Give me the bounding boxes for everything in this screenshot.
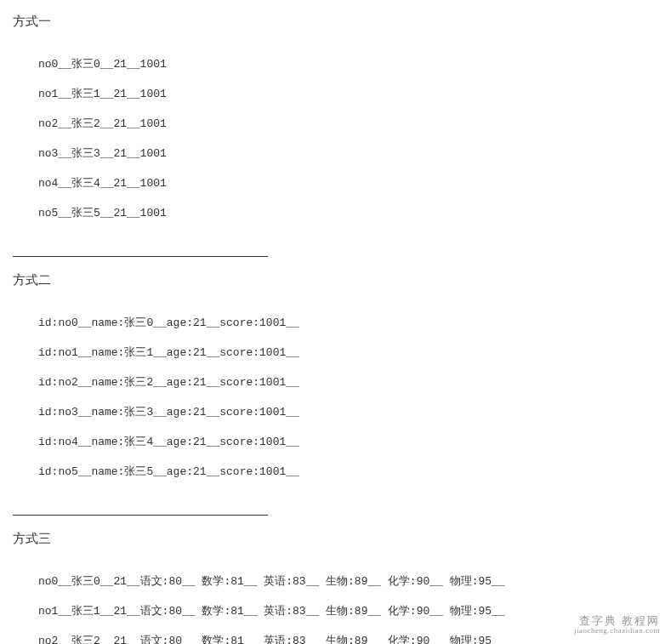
code-line: no4__张三4__21__1001 xyxy=(38,176,652,191)
watermark-title: 查字典 教程网 xyxy=(574,615,660,627)
code-line: no1__张三1__21__1001 xyxy=(38,87,652,102)
code-block-2: id:no0__name:张三0__age:21__score:1001__ i… xyxy=(13,300,652,494)
section-title-1: 方式一 xyxy=(13,14,652,30)
watermark: 查字典 教程网 jiaocheng.chazidian.com xyxy=(574,615,660,635)
code-line: id:no1__name:张三1__age:21__score:1001__ xyxy=(38,345,652,361)
section-divider xyxy=(13,256,268,257)
code-line: no1__张三1__21__语文:80__ 数学:81__ 英语:83__ 生物… xyxy=(38,604,652,619)
code-line: id:no4__name:张三4__age:21__score:1001__ xyxy=(38,435,652,450)
code-line: no0__张三0__21__语文:80__ 数学:81__ 英语:83__ 生物… xyxy=(38,574,652,590)
watermark-url: jiaocheng.chazidian.com xyxy=(574,627,660,635)
section-divider xyxy=(13,515,268,516)
code-line: id:no3__name:张三3__age:21__score:1001__ xyxy=(38,405,652,420)
code-line: id:no5__name:张三5__age:21__score:1001__ xyxy=(38,464,652,480)
code-line: no0__张三0__21__1001 xyxy=(38,57,652,72)
code-block-1: no0__张三0__21__1001 no1__张三1__21__1001 no… xyxy=(13,42,652,236)
code-block-3: no0__张三0__21__语文:80__ 数学:81__ 英语:83__ 生物… xyxy=(13,559,652,644)
code-line: no5__张三5__21__1001 xyxy=(38,206,652,221)
section-title-2: 方式二 xyxy=(13,272,652,288)
code-line: id:no2__name:张三2__age:21__score:1001__ xyxy=(38,375,652,390)
section-title-3: 方式三 xyxy=(13,531,652,547)
code-line: no3__张三3__21__1001 xyxy=(38,146,652,162)
code-line: no2__张三2__21__语文:80__ 数学:81__ 英语:83__ 生物… xyxy=(38,634,652,644)
code-line: no2__张三2__21__1001 xyxy=(38,117,652,132)
code-line: id:no0__name:张三0__age:21__score:1001__ xyxy=(38,316,652,331)
